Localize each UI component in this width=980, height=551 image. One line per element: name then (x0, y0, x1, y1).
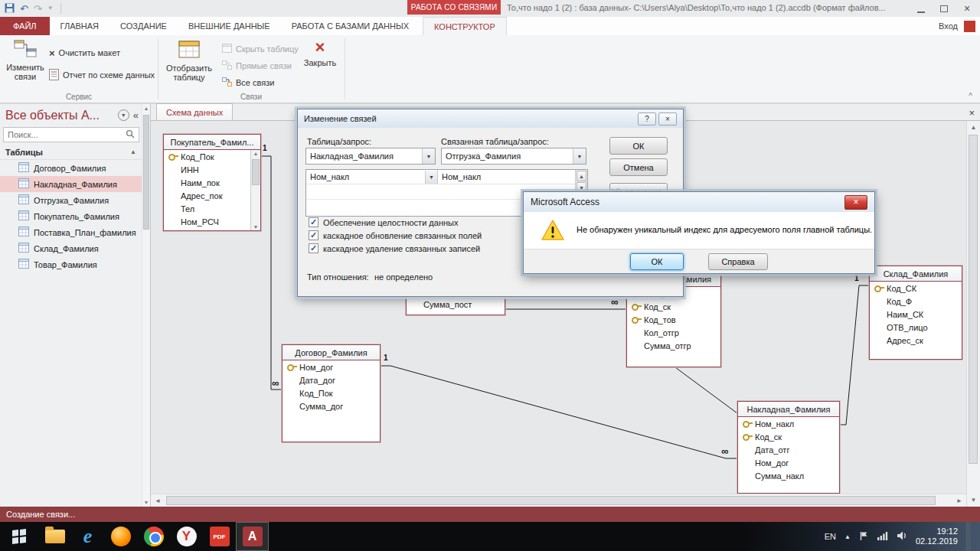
msgbox-help-button[interactable]: Справка (708, 253, 768, 270)
nav-item-sklad[interactable]: Склад_Фамилия (0, 240, 142, 256)
field-row[interactable]: Код_Пок (164, 150, 260, 163)
chevron-down-icon[interactable]: ▼ (573, 148, 586, 164)
field-row[interactable]: Адрес_пок (164, 189, 260, 202)
action-center-flag-icon[interactable] (859, 531, 869, 543)
msgbox-title-bar[interactable]: Microsoft Access × (524, 192, 874, 212)
tab-external-data[interactable]: ВНЕШНИЕ ДАННЫЕ (178, 17, 281, 35)
field-row[interactable]: Адрес_ск (870, 334, 962, 347)
taskbar-explorer-icon[interactable] (38, 522, 71, 551)
show-table-button[interactable]: Отобразить таблицу (165, 39, 213, 82)
collapse-ribbon-icon[interactable]: ^ (969, 92, 972, 100)
shutter-bar-close-icon[interactable]: « (133, 109, 139, 121)
v-scrollbar-thumb[interactable] (969, 135, 978, 464)
tab-home[interactable]: ГЛАВНАЯ (50, 17, 109, 35)
direct-relationships-button[interactable]: Прямые связи (222, 58, 292, 73)
undo-icon[interactable]: ↶ (20, 4, 28, 14)
chevron-down-icon[interactable]: ▼ (422, 148, 435, 164)
nav-item-otgruzka[interactable]: Отгрузка_Фамилия (0, 192, 142, 208)
cascade-delete-checkbox-row[interactable]: ✓ каскадное удаление связанных записей (309, 243, 480, 253)
chevron-down-icon[interactable]: ▼ (425, 171, 437, 184)
checkbox-checked-icon[interactable]: ✓ (309, 217, 318, 227)
diagram-table-sklad[interactable]: Склад_Фамилия Код_СК Код_Ф Наим_СК ОТВ_л… (869, 266, 962, 360)
scroll-up-icon[interactable]: ▲ (251, 151, 260, 156)
close-window-button[interactable]: × (956, 0, 978, 17)
qat-customize-icon[interactable]: ▼ (47, 5, 54, 11)
nav-scrollbar[interactable]: ▲ ▼ (142, 104, 150, 507)
grid-cell-right[interactable]: Ном_накл (438, 170, 577, 184)
dialog-title-bar[interactable]: Изменение связей ? × (298, 109, 683, 128)
field-row[interactable]: Код_ск (627, 300, 720, 313)
field-row[interactable]: Наим_пок (164, 176, 260, 189)
cascade-update-checkbox-row[interactable]: ✓ каскадное обновление связанных полей (309, 230, 482, 240)
nav-item-nakladnaya[interactable]: Накладная_Фамилия (0, 176, 142, 192)
field-row[interactable]: Сумма_накл (738, 469, 839, 482)
taskbar-access-icon[interactable]: A (236, 522, 269, 551)
taskbar-yandex-icon[interactable]: Y (170, 522, 203, 551)
diagram-table-title[interactable]: Договор_Фамилия (283, 345, 380, 360)
taskbar-ie-icon[interactable]: e (71, 522, 104, 551)
tab-create[interactable]: СОЗДАНИЕ (109, 17, 178, 35)
field-row[interactable]: Дата_отг (738, 443, 839, 456)
table-combo[interactable]: Накладная_Фамилия ▼ (305, 148, 436, 165)
tab-relationships-document[interactable]: Схема данных (156, 103, 233, 120)
field-row[interactable]: Код_тов (627, 313, 720, 326)
access-message-box[interactable]: Microsoft Access × Не обнаружен уникальн… (523, 191, 875, 274)
field-row[interactable]: Кол_отгр (627, 326, 720, 339)
horizontal-scrollbar[interactable]: ◄ ► (151, 494, 966, 507)
tab-design[interactable]: КОНСТРУКТОР (423, 17, 507, 35)
dialog-help-icon[interactable]: ? (638, 112, 656, 126)
nav-item-tovar[interactable]: Товар_Фамилия (0, 256, 142, 272)
field-row[interactable]: Ном_дог (738, 456, 839, 469)
checkbox-checked-icon[interactable]: ✓ (309, 230, 318, 240)
nav-pane-header[interactable]: Все объекты A... ▼ « (0, 104, 150, 126)
close-relationships-button[interactable]: × Закрыть (300, 39, 340, 67)
field-row[interactable]: Ном_накл (738, 417, 839, 430)
diagram-table-nakladnaya[interactable]: Накладная_Фамилия Ном_накл Код_ск Дата_о… (737, 401, 840, 494)
restore-button[interactable] (933, 0, 956, 17)
close-document-icon[interactable]: × (969, 108, 975, 118)
scroll-down-icon[interactable]: ▼ (251, 224, 260, 230)
edit-relationships-button[interactable]: Изменить связи (5, 39, 46, 81)
scroll-left-icon[interactable]: ◄ (155, 497, 161, 504)
save-icon[interactable] (5, 3, 15, 15)
network-icon[interactable] (877, 531, 888, 542)
nav-item-postavka-plan[interactable]: Поставка_План_фамилия (0, 224, 142, 240)
collapse-group-icon[interactable]: ▲ (130, 148, 136, 155)
field-row[interactable]: Код_Пок (283, 386, 380, 399)
msgbox-ok-button[interactable]: ОК (630, 253, 684, 270)
language-indicator[interactable]: EN (825, 532, 836, 541)
integrity-checkbox-row[interactable]: ✓ Обеспечение целостности данных (309, 217, 458, 227)
scroll-right-icon[interactable]: ► (956, 497, 962, 504)
related-table-combo[interactable]: Отгрузка_Фамилия ▼ (441, 148, 586, 165)
minimize-button[interactable] (910, 0, 933, 17)
clear-layout-button[interactable]: × Очистить макет (49, 45, 120, 60)
msgbox-close-button[interactable]: × (844, 195, 867, 210)
scroll-down-ic[interactable]: ▼ (967, 497, 980, 504)
scroll-down-icon[interactable]: ▼ (142, 500, 150, 505)
account-color-badge[interactable] (964, 21, 975, 32)
taskbar-pdf-icon[interactable]: PDF (203, 522, 236, 551)
table-scrollbar[interactable]: ▲ ▼ (250, 150, 260, 230)
diagram-table-dogovor[interactable]: Договор_Фамилия Ном_дог Дата_дог Код_Пок… (282, 344, 381, 442)
relationship-report-button[interactable]: Отчет по схеме данных (49, 67, 155, 83)
vertical-scrollbar[interactable]: ▲ ▼ (966, 121, 980, 507)
search-box[interactable] (3, 127, 139, 142)
field-row[interactable]: Дата_дог (283, 373, 380, 386)
field-row[interactable]: Код_ск (738, 430, 839, 443)
nav-item-dogovor[interactable]: Договор_Фамилия (0, 160, 142, 176)
dialog-ok-button[interactable]: ОК (609, 137, 668, 155)
nav-scrollbar-thumb[interactable] (143, 115, 149, 230)
hidden-icons-chevron-icon[interactable]: ▲ (844, 533, 851, 540)
field-row[interactable]: Код_Ф (870, 295, 962, 308)
diagram-table-title[interactable]: Склад_Фамилия (870, 266, 962, 282)
search-icon[interactable] (126, 129, 135, 140)
diagram-table-pokupatel[interactable]: Покупатель_Фамил... Код_Пок ИНН Наим_пок… (163, 134, 261, 231)
sign-in-link[interactable]: Вход (939, 21, 958, 31)
hide-table-button[interactable]: Скрыть таблицу (222, 41, 299, 57)
search-input[interactable] (8, 130, 126, 139)
start-button[interactable] (0, 522, 38, 551)
taskbar-chrome-icon[interactable] (137, 522, 170, 551)
field-row[interactable]: ОТВ_лицо (870, 321, 962, 334)
nav-group-tables[interactable]: Таблицы ▲ (0, 145, 142, 160)
all-relationships-button[interactable]: Все связи (222, 75, 274, 90)
